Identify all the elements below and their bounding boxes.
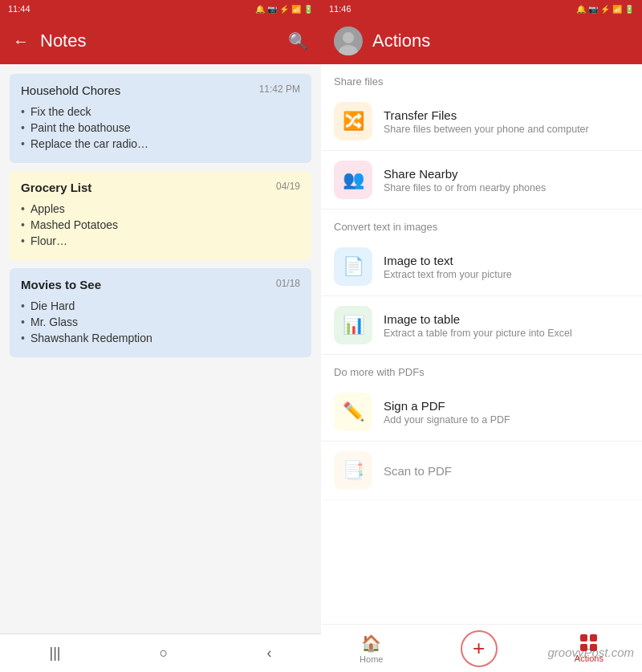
note-card-movies[interactable]: Movies to See 01/18 Die Hard Mr. Glass S…	[10, 268, 311, 357]
sign-pdf-name: Sign a PDF	[384, 399, 510, 413]
add-icon: +	[473, 636, 485, 661]
note-item: Mashed Potatoes	[21, 218, 300, 231]
left-bottom-nav: ||| ○ ‹	[0, 633, 321, 672]
sign-pdf-desc: Add your signature to a PDF	[384, 414, 510, 426]
note-items-2: Apples Mashed Potatoes Flour…	[21, 202, 300, 247]
share-nearby-text: Share Nearby Share files to or from near…	[384, 167, 546, 193]
note-title-1: Household Chores	[21, 83, 120, 97]
note-header-2: Grocery List 04/19	[21, 181, 300, 194]
note-item: Mr. Glass	[21, 316, 300, 328]
share-nearby-name: Share Nearby	[384, 167, 546, 181]
note-header-1: Household Chores 11:42 PM	[21, 83, 300, 97]
note-items-1: Fix the deck Paint the boathouse Replace…	[21, 105, 300, 150]
note-items-3: Die Hard Mr. Glass Shawshank Redemption	[21, 299, 300, 344]
note-date-3: 01/18	[276, 278, 300, 289]
note-header-3: Movies to See 01/18	[21, 278, 300, 291]
actions-app-header: Actions	[321, 18, 642, 64]
image-to-text-name: Image to text	[384, 254, 512, 267]
image-to-table-desc: Extract a table from your picture into E…	[384, 328, 572, 339]
share-nearby-icon-wrap: 👥	[334, 161, 372, 199]
back-icon[interactable]: ←	[13, 32, 29, 51]
notes-title: Notes	[40, 31, 86, 51]
home-label: Home	[360, 654, 383, 664]
transfer-files-text: Transfer Files Share files between your …	[384, 108, 589, 135]
image-to-text-wrap: Image to text Extract text from your pic…	[384, 254, 512, 280]
gesture-back[interactable]: ‹	[266, 645, 271, 662]
note-title-2: Grocery List	[21, 181, 91, 194]
add-button[interactable]: +	[461, 630, 498, 667]
sign-pdf-icon-wrap: ✏️	[334, 393, 372, 431]
action-transfer-files[interactable]: 🔀 Transfer Files Share files between you…	[321, 92, 642, 151]
left-status-time: 11:44	[8, 4, 30, 14]
right-panel: 11:46 🔔 📷 ⚡ 📶 🔋 Actions Share files 🔀	[321, 0, 642, 672]
user-avatar[interactable]	[334, 26, 363, 55]
section-label-share: Share files	[321, 64, 642, 92]
actions-title: Actions	[372, 31, 430, 51]
left-status-bar: 11:44 🔔 📷 ⚡ 📶 🔋	[0, 0, 321, 18]
nav-home[interactable]: 🏠 Home	[360, 633, 383, 664]
scan-pdf-icon-wrap: 📑	[334, 451, 372, 490]
share-nearby-desc: Share files to or from nearby phones	[384, 182, 546, 193]
action-image-to-text[interactable]: 📄 Image to text Extract text from your p…	[321, 238, 642, 296]
action-scan-pdf-partial[interactable]: 📑 Scan to PDF	[321, 442, 642, 500]
scan-pdf-icon: 📑	[343, 460, 364, 481]
image-to-text-desc: Extract text from your picture	[384, 269, 512, 280]
scan-pdf-name: Scan to PDF	[384, 464, 452, 478]
transfer-files-name: Transfer Files	[384, 108, 589, 122]
gesture-home[interactable]: ○	[160, 645, 169, 662]
right-status-time: 11:46	[329, 4, 351, 14]
right-status-icons: 🔔 📷 ⚡ 📶 🔋	[576, 5, 634, 14]
image-to-table-name: Image to table	[384, 312, 572, 326]
sign-pdf-icon: ✏️	[343, 401, 364, 422]
action-sign-pdf[interactable]: ✏️ Sign a PDF Add your signature to a PD…	[321, 383, 642, 442]
notes-app-header: ← Notes 🔍	[0, 18, 321, 64]
action-image-to-table[interactable]: 📊 Image to table Extract a table from yo…	[321, 296, 642, 355]
image-to-table-text: Image to table Extract a table from your…	[384, 312, 572, 339]
transfer-files-icon: 🔀	[343, 111, 364, 132]
transfer-files-desc: Share files between your phone and compu…	[384, 124, 589, 135]
note-item: Die Hard	[21, 299, 300, 312]
actions-list: Share files 🔀 Transfer Files Share files…	[321, 64, 642, 624]
actions-label: Actions	[575, 654, 603, 663]
sign-pdf-text: Sign a PDF Add your signature to a PDF	[384, 399, 510, 426]
search-icon[interactable]: 🔍	[288, 31, 308, 51]
nav-actions[interactable]: Actions	[575, 634, 603, 663]
actions-nav-icon	[580, 634, 598, 652]
section-label-convert: Convert text in images	[321, 210, 642, 238]
note-item: Replace the car radio…	[21, 137, 300, 150]
note-item: Paint the boathouse	[21, 121, 300, 134]
share-nearby-icon: 👥	[343, 169, 364, 190]
note-item: Shawshank Redemption	[21, 332, 300, 344]
svg-point-1	[343, 32, 354, 43]
left-panel: 11:44 🔔 📷 ⚡ 📶 🔋 ← Notes 🔍 Household Chor…	[0, 0, 321, 672]
image-to-text-icon-wrap: 📄	[334, 247, 372, 286]
left-status-icons: 🔔 📷 ⚡ 📶 🔋	[255, 5, 313, 14]
right-bottom-nav: 🏠 Home + Actions	[321, 624, 642, 672]
home-icon: 🏠	[361, 633, 381, 653]
note-date-1: 11:42 PM	[259, 83, 300, 95]
right-status-bar: 11:46 🔔 📷 ⚡ 📶 🔋	[321, 0, 642, 18]
action-share-nearby[interactable]: 👥 Share Nearby Share files to or from ne…	[321, 151, 642, 210]
image-to-table-icon: 📊	[343, 315, 364, 336]
note-item: Fix the deck	[21, 105, 300, 118]
note-card-grocery[interactable]: Grocery List 04/19 Apples Mashed Potatoe…	[10, 171, 311, 260]
header-left: ← Notes	[13, 31, 86, 51]
note-item: Flour…	[21, 234, 300, 247]
note-card-household[interactable]: Household Chores 11:42 PM Fix the deck P…	[10, 74, 311, 163]
note-date-2: 04/19	[276, 181, 300, 192]
note-title-3: Movies to See	[21, 278, 101, 291]
notes-list: Household Chores 11:42 PM Fix the deck P…	[0, 64, 321, 633]
section-label-pdf: Do more with PDFs	[321, 355, 642, 383]
image-to-text-icon: 📄	[343, 256, 364, 277]
scan-pdf-text: Scan to PDF	[384, 464, 452, 478]
gesture-recent[interactable]: |||	[50, 645, 61, 662]
note-item: Apples	[21, 202, 300, 215]
transfer-files-icon-wrap: 🔀	[334, 102, 372, 141]
image-to-table-icon-wrap: 📊	[334, 306, 372, 344]
